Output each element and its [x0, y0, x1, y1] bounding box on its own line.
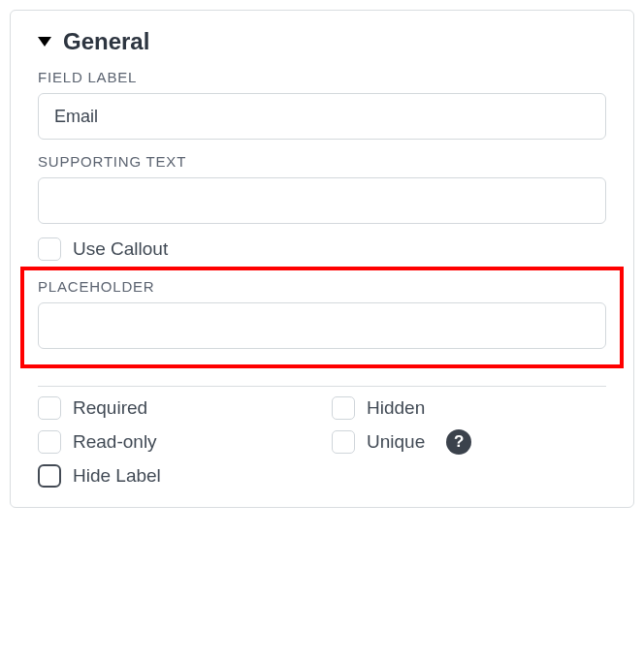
supporting-text-caption: SUPPORTING TEXT	[38, 153, 606, 170]
field-label-group: FIELD LABEL	[38, 69, 606, 140]
field-label-input[interactable]	[38, 93, 606, 140]
placeholder-highlight: PLACEHOLDER	[20, 267, 624, 368]
use-callout-checkbox[interactable]	[38, 237, 61, 261]
supporting-text-input[interactable]	[38, 177, 606, 224]
placeholder-input[interactable]	[38, 302, 606, 349]
readonly-option: Read-only	[38, 429, 312, 455]
hide-label-label: Hide Label	[73, 465, 161, 487]
use-callout-row: Use Callout	[38, 237, 606, 261]
hidden-label: Hidden	[367, 397, 425, 419]
unique-label: Unique	[367, 431, 425, 453]
supporting-text-group: SUPPORTING TEXT	[38, 153, 606, 224]
options-grid: Required Hidden Read-only Unique ? Hide …	[38, 396, 606, 488]
field-label-caption: FIELD LABEL	[38, 69, 606, 85]
caret-down-icon	[38, 37, 51, 47]
required-checkbox[interactable]	[38, 396, 61, 420]
general-panel: General FIELD LABEL SUPPORTING TEXT Use …	[10, 10, 634, 508]
unique-option: Unique ?	[332, 429, 606, 455]
placeholder-caption: PLACEHOLDER	[38, 278, 606, 295]
help-icon[interactable]: ?	[446, 429, 471, 455]
section-header[interactable]: General	[38, 28, 606, 55]
readonly-checkbox[interactable]	[38, 430, 61, 454]
divider	[38, 386, 606, 387]
required-option: Required	[38, 396, 312, 420]
hidden-checkbox[interactable]	[332, 396, 355, 420]
unique-checkbox[interactable]	[332, 430, 355, 454]
hide-label-checkbox[interactable]	[38, 464, 61, 488]
readonly-label: Read-only	[73, 431, 157, 453]
use-callout-label: Use Callout	[73, 238, 168, 260]
required-label: Required	[73, 397, 147, 419]
section-title: General	[63, 28, 149, 55]
hidden-option: Hidden	[332, 396, 606, 420]
hide-label-option: Hide Label	[38, 464, 312, 488]
